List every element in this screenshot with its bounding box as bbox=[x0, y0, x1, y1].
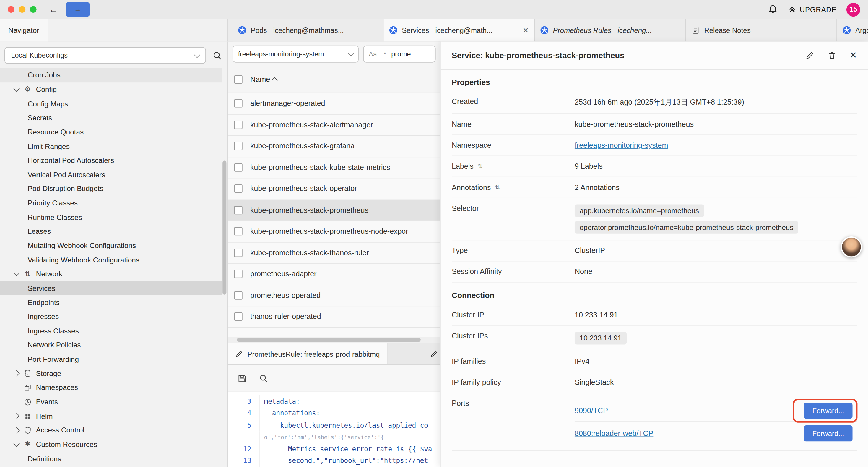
back-button[interactable]: ← bbox=[49, 5, 58, 14]
close-drawer-icon[interactable]: ✕ bbox=[849, 51, 857, 60]
table-row[interactable]: kube-prometheus-stack-operator bbox=[228, 178, 440, 200]
table-row[interactable]: kube-prometheus-stack-prometheus bbox=[228, 200, 440, 221]
delete-trash-icon[interactable] bbox=[827, 51, 836, 60]
editor-tab-bar: PrometheusRule: freeleaps-prod-rabbitmq bbox=[228, 344, 440, 365]
row-checkbox[interactable] bbox=[234, 206, 243, 214]
editor-tab-partial[interactable] bbox=[388, 344, 440, 364]
code-line: 3metadata: bbox=[228, 396, 440, 407]
table-row[interactable]: thanos-ruler-operated bbox=[228, 306, 440, 327]
list-search-input[interactable]: Aa .* prome bbox=[363, 46, 435, 63]
close-window-icon[interactable] bbox=[8, 6, 14, 13]
row-checkbox[interactable] bbox=[234, 270, 243, 278]
sidebar-item-runtime-classes[interactable]: Runtime Classes bbox=[0, 210, 222, 224]
sidebar-item-endpoints[interactable]: Endpoints bbox=[0, 295, 222, 310]
sidebar-item-config[interactable]: ⚙Config bbox=[0, 83, 222, 97]
sidebar-item-secrets[interactable]: Secrets bbox=[0, 111, 222, 125]
close-tab-icon[interactable]: ✕ bbox=[523, 26, 529, 34]
forward-nav-button[interactable]: → bbox=[66, 2, 90, 17]
sidebar-item-namespaces[interactable]: Namespaces bbox=[0, 380, 222, 395]
row-checkbox[interactable] bbox=[234, 249, 243, 257]
sidebar-item-events[interactable]: Events bbox=[0, 395, 222, 409]
row-checkbox[interactable] bbox=[234, 163, 243, 171]
property-row-labels: Labels⇅9 Labels bbox=[452, 156, 857, 177]
row-checkbox[interactable] bbox=[234, 121, 243, 129]
table-row[interactable]: kube-prometheus-stack-kube-state-metrics bbox=[228, 157, 440, 178]
row-checkbox[interactable] bbox=[234, 142, 243, 150]
sidebar-scrollbar[interactable] bbox=[222, 160, 226, 294]
kubernetes-icon bbox=[389, 26, 397, 34]
property-value: SingleStack bbox=[575, 378, 857, 387]
edit-pencil-icon[interactable] bbox=[805, 51, 814, 60]
sidebar-search-icon[interactable] bbox=[213, 51, 222, 60]
editor-tab-prometheusrule[interactable]: PrometheusRule: freeleaps-prod-rabbitmq bbox=[228, 344, 388, 364]
sidebar-item-limit-ranges[interactable]: Limit Ranges bbox=[0, 139, 222, 153]
sidebar-item-helm[interactable]: Helm bbox=[0, 409, 222, 423]
tab-prometheus-rules-icecheng[interactable]: Prometheus Rules - icecheng... bbox=[535, 19, 686, 42]
table-row[interactable]: alertmanager-operated bbox=[228, 93, 440, 114]
property-row-type: TypeClusterIP bbox=[452, 240, 857, 261]
table-row[interactable]: kube-prometheus-stack-alertmanager bbox=[228, 114, 440, 136]
row-checkbox[interactable] bbox=[234, 313, 243, 321]
tab-pods-icecheng-mathmas[interactable]: Pods - icecheng@mathmas... bbox=[232, 19, 384, 42]
row-checkbox[interactable] bbox=[234, 227, 243, 236]
sidebar-item-vertical-pod-autoscalers[interactable]: Vertical Pod Autoscalers bbox=[0, 168, 222, 182]
sidebar-item-storage[interactable]: Storage bbox=[0, 366, 222, 380]
floating-avatar[interactable] bbox=[841, 236, 862, 258]
sidebar-item-definitions[interactable]: Definitions bbox=[0, 451, 222, 466]
sidebar-item-resource-quotas[interactable]: Resource Quotas bbox=[0, 125, 222, 139]
sidebar-item-ingresses[interactable]: Ingresses bbox=[0, 310, 222, 324]
sidebar-item-config-maps[interactable]: Config Maps bbox=[0, 97, 222, 111]
row-checkbox[interactable] bbox=[234, 291, 243, 299]
sidebar-item-port-forwarding[interactable]: Port Forwarding bbox=[0, 352, 222, 366]
sidebar-item-validating-webhook-configurations[interactable]: Validating Webhook Configurations bbox=[0, 253, 222, 267]
sidebar-item-ingress-classes[interactable]: Ingress Classes bbox=[0, 324, 222, 338]
select-all-checkbox[interactable] bbox=[234, 76, 243, 84]
table-row[interactable]: kube-prometheus-stack-thanos-ruler bbox=[228, 242, 440, 264]
sidebar-item-leases[interactable]: Leases bbox=[0, 224, 222, 238]
tab-services-icecheng-math[interactable]: Services - icecheng@math...✕ bbox=[383, 19, 535, 42]
kubeconfig-selector[interactable]: Local Kubeconfigs bbox=[4, 47, 206, 63]
row-checkbox[interactable] bbox=[234, 99, 243, 108]
row-checkbox[interactable] bbox=[234, 184, 243, 193]
tab-argo-s[interactable]: Argo S bbox=[837, 19, 868, 42]
port-link[interactable]: 8080:reloader-web/TCP bbox=[575, 429, 653, 437]
sidebar-item-pod-disruption-budgets[interactable]: Pod Disruption Budgets bbox=[0, 182, 222, 196]
namespace-filter-dropdown[interactable]: freeleaps-monitoring-system bbox=[232, 46, 359, 63]
sidebar-item-network-policies[interactable]: Network Policies bbox=[0, 338, 222, 352]
sidebar-item-custom-resources[interactable]: ✱Custom Resources bbox=[0, 437, 222, 451]
notification-count-badge[interactable]: 15 bbox=[846, 2, 860, 16]
yaml-editor[interactable]: 3metadata:4 annotations:5 kubectl.kubern… bbox=[228, 392, 440, 467]
sidebar-item-access-control[interactable]: Access Control bbox=[0, 423, 222, 437]
sidebar-item-mutating-webhook-configurations[interactable]: Mutating Webhook Configurations bbox=[0, 238, 222, 253]
sidebar-item-horizontal-pod-autoscalers[interactable]: Horizontal Pod Autoscalers bbox=[0, 153, 222, 168]
sidebar-item-network[interactable]: ⇅Network bbox=[0, 267, 222, 281]
horizontal-scrollbar[interactable] bbox=[228, 337, 440, 343]
save-icon[interactable] bbox=[238, 374, 247, 383]
port-link[interactable]: 9090/TCP bbox=[575, 406, 608, 414]
sidebar-item-cron-jobs[interactable]: Cron Jobs bbox=[0, 68, 222, 82]
regex-toggle[interactable]: .* bbox=[382, 50, 386, 58]
forward-button[interactable]: Forward... bbox=[804, 402, 852, 418]
table-row[interactable]: kube-prometheus-stack-prometheus-node-ex… bbox=[228, 221, 440, 242]
sidebar-item-priority-classes[interactable]: Priority Classes bbox=[0, 196, 222, 210]
editor-search-icon[interactable] bbox=[259, 374, 268, 383]
tab-release-notes[interactable]: Release Notes bbox=[686, 19, 837, 42]
property-value: ClusterIP bbox=[575, 246, 857, 255]
code-line: o','for':'mm','labels':{'service':'{ bbox=[228, 431, 440, 443]
config-icon: ⚙ bbox=[23, 86, 32, 93]
expand-toggle-icon[interactable]: ⇅ bbox=[477, 163, 483, 170]
sidebar-item-services[interactable]: Services bbox=[0, 281, 222, 295]
match-case-toggle[interactable]: Aa bbox=[369, 50, 377, 58]
minimize-window-icon[interactable] bbox=[19, 6, 25, 13]
expand-toggle-icon[interactable]: ⇅ bbox=[495, 184, 500, 191]
name-column-header[interactable]: Name bbox=[250, 76, 277, 84]
table-row[interactable]: prometheus-operated bbox=[228, 285, 440, 306]
forward-button[interactable]: Forward... bbox=[804, 425, 852, 441]
code-line: 12 Metrics service error rate is {{ $va bbox=[228, 443, 440, 455]
upgrade-button[interactable]: UPGRADE bbox=[788, 5, 837, 14]
notifications-bell-icon[interactable] bbox=[768, 4, 778, 14]
table-row[interactable]: prometheus-adapter bbox=[228, 264, 440, 285]
maximize-window-icon[interactable] bbox=[30, 6, 36, 13]
table-row[interactable]: kube-prometheus-stack-grafana bbox=[228, 136, 440, 157]
namespace-link[interactable]: freeleaps-monitoring-system bbox=[575, 141, 857, 150]
